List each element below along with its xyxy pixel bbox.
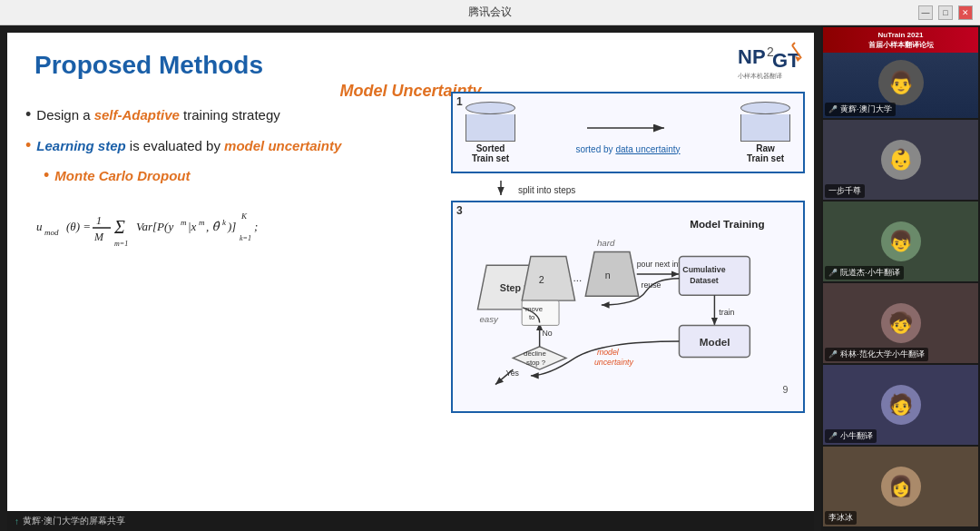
presentation-area: NP 2 GT 小样本机器翻译 Proposed Methods Model U… xyxy=(0,25,821,531)
raw-train-cylinder: RawTrain set xyxy=(740,102,790,163)
name-badge-3: 🎤 阮道杰·小牛翻译 xyxy=(825,266,904,280)
math-formula: u mod (θ) = 1 M Σ m=1 xyxy=(34,199,407,261)
slide-title: Proposed Methods xyxy=(34,51,787,80)
avatar-circle-4: 🧒 xyxy=(881,303,921,343)
svg-text:|x: |x xyxy=(188,220,197,233)
svg-text:Cumulative: Cumulative xyxy=(682,265,725,274)
svg-text:easy: easy xyxy=(479,314,499,324)
diagram-box-3: 3 Model Training Step 1 2 xyxy=(451,201,805,413)
window-title: 腾讯会议 xyxy=(468,5,512,20)
name-6: 李冰冰 xyxy=(828,512,853,524)
svg-text:;: ; xyxy=(254,220,258,233)
minimize-button[interactable]: — xyxy=(918,5,933,20)
svg-text:1: 1 xyxy=(96,214,102,227)
svg-text:n: n xyxy=(605,270,611,280)
svg-marker-35 xyxy=(585,252,638,297)
name-3: 阮道杰·小牛翻译 xyxy=(840,267,900,279)
name-5: 小牛翻译 xyxy=(840,430,873,442)
avatar-circle-2: 👶 xyxy=(881,140,921,180)
svg-text:(θ) =: (θ) = xyxy=(66,220,91,233)
svg-text:Var[P(y: Var[P(y xyxy=(136,220,173,233)
bottom-bar: ↑ 黄辉·澳门大学的屏幕共享 xyxy=(7,511,814,531)
name-badge-4: 🎤 科林·范化大学小牛翻译 xyxy=(825,348,928,361)
cylinder-top-sorted xyxy=(466,102,515,114)
svg-text:K: K xyxy=(240,211,248,221)
presenter-photo-area: 👨 xyxy=(878,60,924,105)
model-uncertainty-text: model uncertainty xyxy=(224,138,341,153)
presenter-name-badge: 🎤 黄辉·澳门大学 xyxy=(825,103,896,116)
sorted-label: SortedTrain set xyxy=(472,143,509,163)
svg-text:u: u xyxy=(36,220,43,233)
name-2: 一步千尊 xyxy=(828,185,861,197)
diagram-box-1: 1 SortedTrain set xyxy=(451,92,805,173)
title-bar-controls: — □ ✕ xyxy=(918,5,973,20)
video-tile-6[interactable]: 👩 李冰冰 xyxy=(823,447,978,526)
svg-text:decline: decline xyxy=(524,349,546,358)
svg-text:m: m xyxy=(181,218,187,227)
bullet-text-1: Design a self-Adaptive training strategy xyxy=(36,105,279,124)
svg-marker-32 xyxy=(522,256,574,300)
video-tile-3[interactable]: 👦 🎤 阮道杰·小牛翻译 xyxy=(823,202,978,281)
presenter-name: 黄辉·澳门大学 xyxy=(840,103,892,115)
conference-banner: NuTrain 2021首届小样本翻译论坛 xyxy=(823,27,978,53)
arrow-sorted-raw: sorted by data uncertainty xyxy=(515,112,740,154)
slide-container: NP 2 GT 小样本机器翻译 Proposed Methods Model U… xyxy=(7,33,814,531)
sidebar: NuTrain 2021首届小样本翻译论坛 👨 🎤 黄辉·澳门大学 👶 xyxy=(821,25,980,531)
italic-text-1: self-Adaptive xyxy=(94,107,180,123)
diagram-area: 1 SortedTrain set xyxy=(451,92,805,413)
name-badge-5: 🎤 小牛翻译 xyxy=(825,429,877,443)
sorted-by-label: sorted by data uncertainty xyxy=(575,144,680,154)
svg-text:k=1: k=1 xyxy=(240,234,251,242)
box1-number: 1 xyxy=(456,95,463,108)
avatar-circle-5: 🧑 xyxy=(881,385,921,425)
svg-text:Model: Model xyxy=(700,336,730,348)
svg-text:move: move xyxy=(525,305,543,313)
raw-label: RawTrain set xyxy=(747,143,784,163)
name-badge-6: 李冰冰 xyxy=(825,511,857,525)
svg-text:k: k xyxy=(222,218,227,227)
svg-text:)]: )] xyxy=(227,220,236,233)
bullet-1: • Design a self-Adaptive training strate… xyxy=(25,105,407,125)
maximize-button[interactable]: □ xyxy=(938,5,953,20)
mic-icon-4: 🎤 xyxy=(828,350,838,359)
svg-text:, θ̂: , θ̂ xyxy=(206,220,220,233)
avatar-circle-3: 👦 xyxy=(881,221,921,261)
main-window: 腾讯会议 — □ ✕ NP 2 GT xyxy=(0,0,980,531)
video-tile-4[interactable]: 🧒 🎤 科林·范化大学小牛翻译 xyxy=(823,283,978,363)
title-bar: 腾讯会议 — □ ✕ xyxy=(0,0,980,25)
svg-text:m: m xyxy=(199,218,205,227)
svg-text:m=1: m=1 xyxy=(114,240,128,248)
mic-on-icon: 🎤 xyxy=(828,105,838,113)
cylinder-body-sorted xyxy=(466,114,515,142)
svg-text:Dataset: Dataset xyxy=(690,276,719,285)
svg-text:小样本机器翻译: 小样本机器翻译 xyxy=(738,73,782,79)
flow-diagram-svg: Model Training Step 1 2 ... xyxy=(460,210,796,400)
svg-line-5 xyxy=(792,43,795,45)
video-tile-presenter[interactable]: NuTrain 2021首届小样本翻译论坛 👨 🎤 黄辉·澳门大学 xyxy=(823,27,978,118)
svg-text:mod: mod xyxy=(44,228,59,237)
split-label-area: split into steps xyxy=(451,181,805,199)
svg-text:stop ?: stop ? xyxy=(526,359,546,367)
sorted-train-cylinder: SortedTrain set xyxy=(466,102,515,163)
share-text: 黄辉·澳门大学的屏幕共享 xyxy=(23,515,125,527)
mic-icon-5: 🎤 xyxy=(828,432,838,440)
svg-text:train: train xyxy=(719,308,734,317)
box3-number: 3 xyxy=(456,204,463,217)
cylinder-top-raw xyxy=(740,102,790,114)
logo-area: NP 2 GT 小样本机器翻译 xyxy=(736,38,808,92)
name-4: 科林·范化大学小牛翻译 xyxy=(840,349,925,360)
bullet-2: • Learning step is evaluated by model un… xyxy=(25,136,407,156)
bullet-text-3: Monte Carlo Dropout xyxy=(54,166,190,185)
bullet-3: • Monte Carlo Dropout xyxy=(44,166,407,186)
learning-step-text: Learning step xyxy=(36,138,125,153)
slide-inner: NP 2 GT 小样本机器翻译 Proposed Methods Model U… xyxy=(7,33,814,531)
mic-icon-3: 🎤 xyxy=(828,269,838,277)
svg-text:reuse: reuse xyxy=(642,281,662,290)
svg-text:NP: NP xyxy=(738,45,766,68)
share-icon: ↑ xyxy=(15,516,19,526)
video-tile-5[interactable]: 🧑 🎤 小牛翻译 xyxy=(823,365,978,445)
video-tile-2[interactable]: 👶 一步千尊 xyxy=(823,120,978,200)
close-button[interactable]: ✕ xyxy=(958,5,973,20)
svg-text:Σ: Σ xyxy=(113,217,125,237)
split-into-steps: split into steps xyxy=(518,185,575,195)
